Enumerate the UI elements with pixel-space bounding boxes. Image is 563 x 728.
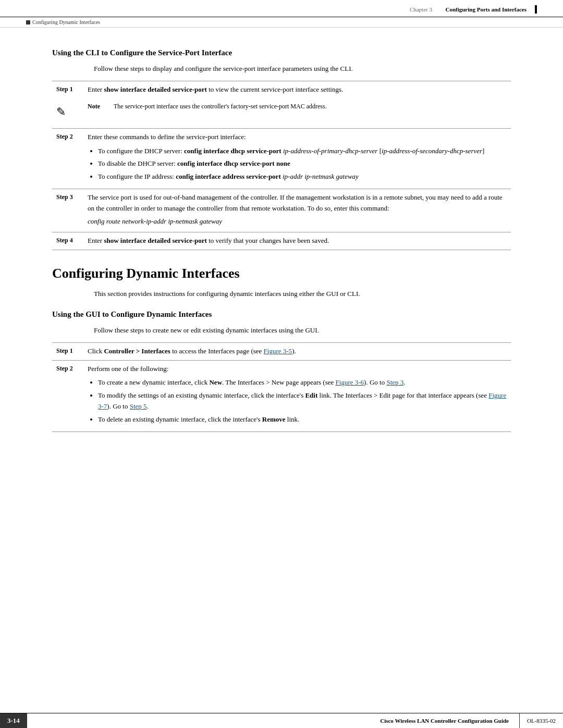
step1-content: Enter show interface detailed service-po… — [83, 81, 511, 98]
step5-link[interactable]: Step 5 — [130, 402, 147, 410]
step4-content: Enter show interface detailed service-po… — [83, 232, 511, 250]
section1-heading: Using the CLI to Configure the Service-P… — [52, 48, 511, 57]
step3-content: The service port is used for out-of-band… — [83, 189, 511, 232]
gui-step1-row: Step 1 Click Controller > Interfaces to … — [52, 342, 511, 360]
section2-sub-heading: Using the GUI to Configure Dynamic Inter… — [52, 310, 511, 319]
gui-bullet-remove: To delete an existing dynamic interface,… — [98, 414, 507, 425]
steps-table-1: Step 1 Enter show interface detailed ser… — [52, 81, 511, 250]
gui-step2-content: Perform one of the following: To create … — [83, 360, 511, 431]
breadcrumb-text: Configuring Dynamic Interfaces — [32, 19, 100, 25]
header-chapter: Chapter 3 — [410, 6, 432, 13]
page-footer: 3-14 Cisco Wireless LAN Controller Confi… — [0, 713, 563, 728]
breadcrumb: Configuring Dynamic Interfaces — [0, 17, 563, 28]
header-right: Chapter 3 Configuring Ports and Interfac… — [410, 5, 537, 14]
step3-link[interactable]: Step 3 — [386, 378, 403, 386]
bullet-dhcp-config: To configure the DHCP server: config int… — [98, 146, 507, 157]
gui-bullet-edit: To modify the settings of an existing dy… — [98, 390, 507, 412]
step2-label: Step 2 — [52, 128, 83, 189]
bullet-dhcp-disable: To disable the DHCP server: config inter… — [98, 158, 507, 169]
footer-page-num: 3-14 — [0, 713, 27, 728]
header-bar — [535, 5, 537, 14]
config-route-line: config route network-ip-addr ip-netmask … — [88, 216, 507, 227]
step2-row: Step 2 Enter these commands to define th… — [52, 128, 511, 189]
figure-3-5-link[interactable]: Figure 3-5 — [264, 347, 292, 355]
footer-doc-title: Cisco Wireless LAN Controller Configurat… — [27, 713, 519, 728]
step1-label: Step 1 — [52, 81, 83, 98]
gui-step2-row: Step 2 Perform one of the following: To … — [52, 360, 511, 431]
step4-row: Step 4 Enter show interface detailed ser… — [52, 232, 511, 250]
step3-row: Step 3 The service port is used for out-… — [52, 189, 511, 232]
footer-doc-num: OL-8335-02 — [519, 713, 563, 728]
section1-intro: Follow these steps to display and config… — [94, 64, 511, 75]
note-content: Note The service-port interface uses the… — [83, 98, 511, 129]
gui-step2-label: Step 2 — [52, 360, 83, 431]
header-separator — [437, 6, 440, 13]
page-header: Chapter 3 Configuring Ports and Interfac… — [0, 0, 563, 17]
main-content: Using the CLI to Configure the Service-P… — [0, 28, 563, 467]
step1-cmd: show interface detailed service-port — [104, 85, 206, 93]
bullet-ip-config: To configure the IP address: config inte… — [98, 171, 507, 182]
note-text: The service-port interface uses the cont… — [114, 102, 327, 111]
note-row: ✎ Note The service-port interface uses t… — [52, 98, 511, 129]
section2-heading: Configuring Dynamic Interfaces — [52, 266, 511, 281]
step4-label: Step 4 — [52, 232, 83, 250]
header-title: Configuring Ports and Interfaces — [445, 6, 527, 13]
note-label: Note — [88, 102, 108, 112]
note-inner: Note The service-port interface uses the… — [88, 102, 507, 112]
section2-intro: This section provides instructions for c… — [94, 289, 511, 300]
note-icon-cell: ✎ — [52, 98, 83, 129]
gui-step2-bullets: To create a new dynamic interface, click… — [98, 377, 507, 425]
gui-step1-content: Click Controller > Interfaces to access … — [83, 342, 511, 360]
gui-step1-label: Step 1 — [52, 342, 83, 360]
step2-content: Enter these commands to define the servi… — [83, 128, 511, 189]
figure-3-7-link[interactable]: Figure 3-7 — [98, 391, 506, 410]
step1-row: Step 1 Enter show interface detailed ser… — [52, 81, 511, 98]
steps-table-2: Step 1 Click Controller > Interfaces to … — [52, 342, 511, 432]
step2-bullets: To configure the DHCP server: config int… — [98, 146, 507, 182]
section2-sub-intro: Follow these steps to create new or edit… — [94, 325, 511, 336]
step3-label: Step 3 — [52, 189, 83, 232]
breadcrumb-icon — [26, 20, 30, 24]
note-pencil-icon: ✎ — [56, 103, 79, 121]
gui-bullet-new: To create a new dynamic interface, click… — [98, 377, 507, 388]
figure-3-6-link[interactable]: Figure 3-6 — [336, 378, 364, 386]
